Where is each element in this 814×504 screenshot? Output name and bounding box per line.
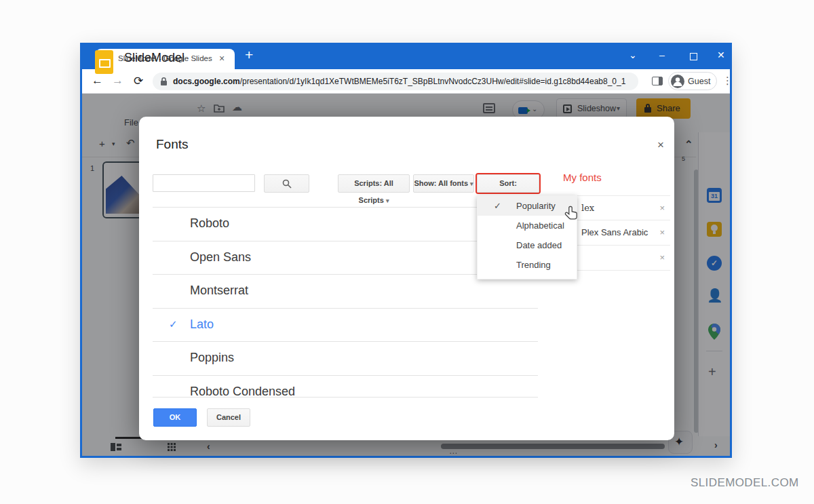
font-name: Poppins [190,351,234,365]
my-font-label: lex [581,203,594,213]
font-search-input[interactable] [153,174,255,192]
show-filter-label: Show: All fonts [414,179,468,187]
menu-item-popularity[interactable]: ✓Popularity [478,196,577,216]
url-bar[interactable]: docs.google.com/presentation/d/1yIk1qd1X… [153,73,638,90]
reload-button[interactable]: ⟳ [134,74,143,88]
remove-font-icon[interactable]: × [659,227,665,237]
dropdown-arrow-icon: ▾ [470,180,473,187]
show-filter-button[interactable]: Show: All fonts▾ [413,174,474,193]
my-font-label: Plex Sans Arabic [581,227,648,237]
check-icon: ✓ [494,196,501,216]
screen: SlideModel - Google Slides × + ⌄ – ✕ ← →… [0,0,814,504]
browser-toolbar: ← → ⟳ docs.google.com/presentation/d/1yI… [82,69,730,94]
menu-item-alphabetical[interactable]: ✓Alphabetical [478,216,577,235]
window-maximize-button[interactable] [690,53,697,60]
url-path: /presentation/d/1yIk1qd1XeTWtBMEMe5iT6zT… [240,77,626,86]
menu-item-label: Popularity [516,196,556,216]
menu-item-trending[interactable]: ✓Trending [478,255,577,275]
check-icon: ✓ [169,318,178,330]
window-close-button[interactable]: ✕ [717,50,725,60]
search-button[interactable] [264,174,309,193]
remove-font-icon[interactable]: × [659,203,665,213]
watermark: SLIDEMODEL.COM [691,476,799,490]
cancel-button[interactable]: Cancel [207,408,250,427]
avatar-icon [671,75,684,88]
font-name: Montserrat [190,284,248,298]
font-name: Open Sans [190,250,251,265]
sort-dropdown-menu: ✓Popularity ✓Alphabetical ✓Date added ✓T… [477,195,577,279]
font-name: Lato [190,317,214,332]
font-name: Roboto Condensed [190,385,295,398]
url-text: docs.google.com/presentation/d/1yIk1qd1X… [173,77,625,86]
font-row[interactable]: ✓Roboto Condensed [153,375,538,398]
remove-font-icon[interactable]: × [659,252,665,263]
forward-button[interactable]: → [112,74,123,88]
scripts-filter-button[interactable]: Scripts: All Scripts▾ [338,174,410,193]
window-minimize-button[interactable]: – [659,50,665,60]
menu-item-label: Date added [516,235,562,255]
back-button[interactable]: ← [92,74,103,88]
profile-button[interactable]: Guest [668,72,717,90]
tab-close-icon[interactable]: × [219,53,225,64]
dialog-close-icon[interactable]: × [657,138,664,152]
dropdown-arrow-icon: ▾ [386,197,389,204]
menu-item-label: Alphabetical [516,216,564,235]
font-name: Roboto [190,216,229,231]
my-fonts-heading: My fonts [563,172,602,183]
fonts-dialog: Fonts × Scripts: All Scripts▾ Show: All … [139,117,674,440]
new-tab-button[interactable]: + [245,47,253,63]
font-row[interactable]: ✓Poppins [153,341,538,375]
browser-menu-icon[interactable]: ⋮ [722,75,733,87]
search-icon [282,179,292,189]
menu-item-date-added[interactable]: ✓Date added [478,235,577,255]
profile-label: Guest [688,77,710,86]
url-domain: docs.google.com [173,77,240,86]
menu-item-label: Trending [516,255,551,275]
document-title[interactable]: SlideModel [124,51,185,65]
window-menu-chevron-icon[interactable]: ⌄ [629,50,637,60]
lock-icon [160,77,168,86]
dialog-title: Fonts [156,137,189,152]
font-row-selected[interactable]: ✓Lato [153,308,538,342]
side-panel-icon[interactable] [652,77,663,85]
ok-button[interactable]: OK [153,408,197,427]
slides-logo-icon[interactable] [95,50,113,74]
mouse-cursor-icon [564,206,579,222]
sort-filter-button[interactable]: Sort: Popularity▾ [477,174,539,193]
